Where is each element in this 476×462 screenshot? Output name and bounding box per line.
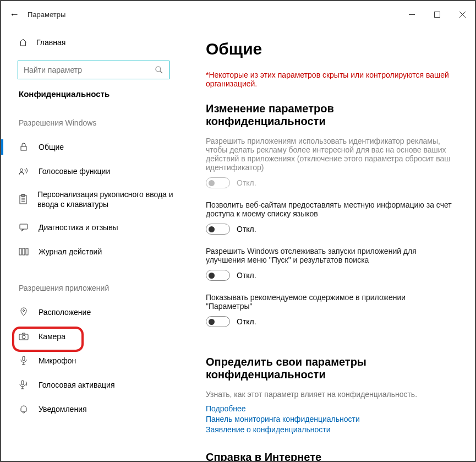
setting-3-desc: Разрешить Windows отслеживать запуски пр…	[206, 247, 453, 264]
svg-point-7	[20, 169, 23, 172]
nav-label: Микрофон	[39, 356, 76, 365]
org-warning: *Некоторые из этих параметров скрыты или…	[206, 70, 453, 88]
svg-point-17	[23, 310, 25, 312]
speech-icon	[19, 167, 29, 176]
microphone-icon	[19, 356, 29, 366]
voice-icon	[19, 380, 29, 390]
nav-label: Персонализация рукописного ввода и ввода…	[37, 189, 175, 209]
svg-rect-21	[21, 381, 24, 385]
nav-notifications[interactable]: Уведомления	[1, 397, 186, 421]
link-learn-more[interactable]: Подробнее	[206, 404, 453, 413]
section-heading-privacy: Изменение параметров конфиденциальности	[206, 102, 453, 128]
nav-voice-activation[interactable]: Голосовая активация	[1, 373, 186, 397]
location-icon	[19, 307, 29, 317]
home-label: Главная	[36, 38, 65, 47]
feedback-icon	[19, 223, 29, 232]
nav-camera[interactable]: Камера	[1, 324, 186, 349]
back-button[interactable]: ←	[1, 1, 28, 28]
svg-rect-1	[434, 12, 440, 17]
search-icon	[155, 66, 163, 74]
camera-icon	[19, 333, 29, 340]
home-icon	[19, 38, 28, 47]
main-content: Общие *Некоторые из этих параметров скры…	[186, 28, 475, 461]
bell-icon	[19, 405, 29, 414]
toggle-state: Откл.	[237, 317, 256, 326]
toggle-language-list[interactable]	[206, 224, 230, 235]
section-heading-know-privacy: Определить свои параметры конфиденциальн…	[206, 356, 426, 381]
lock-icon	[19, 143, 29, 151]
nav-activity[interactable]: Журнал действий	[1, 240, 186, 264]
setting-4-desc: Показывать рекомендуемое содержимое в пр…	[206, 293, 453, 311]
nav-label: Диагностика и отзывы	[39, 223, 118, 232]
nav-label: Расположение	[39, 308, 91, 317]
toggle-state: Откл.	[237, 178, 256, 187]
section-sub: Узнать, как этот параметр влияет на конф…	[206, 390, 453, 399]
svg-rect-16	[26, 248, 28, 255]
nav-label: Общие	[39, 143, 64, 151]
nav-inking[interactable]: Персонализация рукописного ввода и ввода…	[1, 183, 186, 215]
nav-microphone[interactable]: Микрофон	[1, 349, 186, 373]
minimize-button[interactable]	[399, 6, 424, 23]
search-box[interactable]	[18, 61, 169, 79]
window-title: Параметры	[28, 10, 65, 19]
svg-line-5	[160, 71, 162, 73]
toggle-advertising-id	[206, 177, 230, 188]
category-heading: Конфиденциальность	[1, 89, 186, 99]
group-header-apps: Разрешения приложений	[1, 284, 186, 292]
svg-point-19	[22, 335, 25, 339]
nav-diagnostics[interactable]: Диагностика и отзывы	[1, 215, 186, 240]
svg-rect-14	[19, 248, 21, 255]
home-link[interactable]: Главная	[1, 31, 186, 54]
toggle-app-launches[interactable]	[206, 270, 230, 281]
search-input[interactable]	[24, 66, 155, 74]
link-dashboard[interactable]: Панель мониторинга конфиденциальности	[206, 415, 453, 423]
group-header-windows: Разрешения Windows	[1, 118, 186, 127]
nav-label: Голосовая активация	[39, 381, 115, 389]
window-controls	[399, 6, 475, 23]
nav-general[interactable]: Общие	[1, 135, 186, 159]
nav-label: Камера	[39, 332, 65, 341]
activity-icon	[19, 248, 29, 256]
close-button[interactable]	[450, 6, 475, 23]
sidebar: Главная Конфиденциальность Разрешения Wi…	[1, 28, 186, 461]
maximize-button[interactable]	[424, 6, 450, 23]
nav-location[interactable]: Расположение	[1, 300, 186, 324]
page-title: Общие	[206, 40, 453, 58]
clipboard-icon	[19, 194, 28, 204]
svg-rect-6	[21, 146, 26, 150]
nav-label: Журнал действий	[39, 247, 102, 256]
setting-1-desc: Разрешить приложениям использовать идент…	[206, 137, 453, 172]
titlebar: ← Параметры	[1, 1, 475, 28]
svg-rect-13	[20, 224, 28, 229]
setting-2-desc: Позволить веб-сайтам предоставлять местн…	[206, 200, 453, 218]
svg-rect-20	[23, 356, 25, 361]
toggle-suggested-content[interactable]	[206, 316, 230, 327]
nav-label: Голосовые функции	[39, 167, 110, 176]
nav-speech[interactable]: Голосовые функции	[1, 159, 186, 183]
svg-point-4	[156, 67, 161, 72]
toggle-state: Откл.	[237, 225, 256, 233]
toggle-state: Откл.	[237, 271, 256, 280]
nav-label: Уведомления	[39, 405, 87, 414]
link-statement[interactable]: Заявление о конфиденциальности	[206, 425, 453, 434]
svg-rect-15	[23, 248, 25, 255]
section-heading-help: Справка в Интернете	[206, 451, 453, 461]
